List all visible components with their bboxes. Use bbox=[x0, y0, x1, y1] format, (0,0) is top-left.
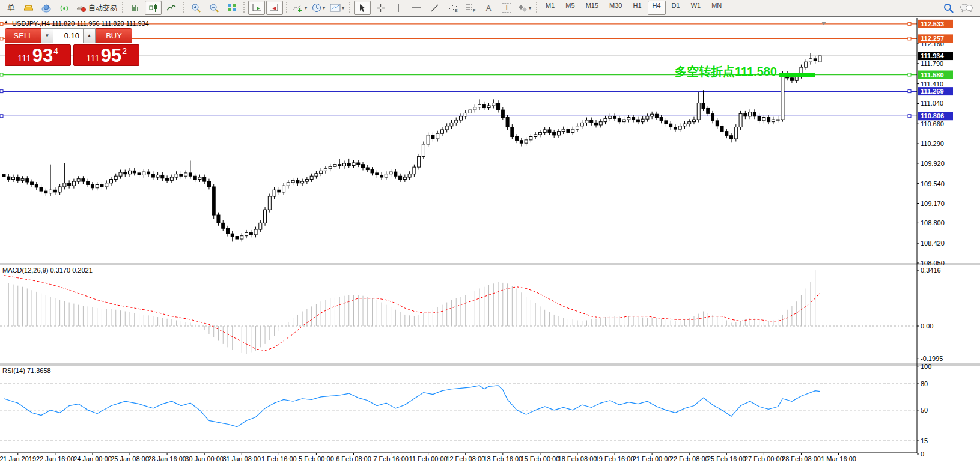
toolbar-grip[interactable] bbox=[242, 2, 246, 14]
time-label: 11 Feb 00:00 bbox=[409, 455, 448, 462]
candle bbox=[702, 103, 705, 109]
candle bbox=[585, 120, 588, 123]
candle bbox=[422, 144, 425, 156]
trend-segment[interactable] bbox=[779, 73, 815, 77]
sell-button[interactable]: SELL bbox=[5, 28, 41, 43]
hline-handle[interactable] bbox=[0, 22, 3, 25]
new-order-button[interactable]: 单 bbox=[2, 1, 19, 15]
candle bbox=[151, 174, 154, 177]
hline-handle[interactable] bbox=[908, 37, 911, 40]
candle bbox=[58, 187, 61, 192]
auto-scroll-button[interactable] bbox=[248, 1, 265, 15]
mql-community-button[interactable] bbox=[38, 1, 55, 15]
hline-handle[interactable] bbox=[0, 73, 3, 76]
zoom-in-button[interactable] bbox=[187, 1, 204, 15]
horizontal-line-tool-button[interactable] bbox=[408, 1, 425, 15]
chart-type-line-button[interactable] bbox=[163, 1, 180, 15]
market-watch-button[interactable] bbox=[20, 1, 37, 15]
hline-handle[interactable] bbox=[908, 90, 911, 93]
hline-handle[interactable] bbox=[0, 37, 3, 40]
hline-handle[interactable] bbox=[908, 115, 911, 118]
candle bbox=[198, 177, 201, 180]
timeframe-h4-button[interactable]: H4 bbox=[648, 1, 666, 15]
signals-button[interactable] bbox=[56, 1, 73, 15]
trendline-tool-button[interactable] bbox=[426, 1, 443, 15]
hline-handle[interactable] bbox=[908, 22, 911, 25]
timeframe-w1-button[interactable]: W1 bbox=[686, 1, 706, 15]
candle bbox=[739, 113, 742, 127]
price-tick-label: 109.170 bbox=[921, 200, 945, 207]
zoom-out-icon bbox=[209, 3, 219, 13]
toolbar-grip[interactable] bbox=[181, 2, 186, 14]
chart-type-candles-button[interactable] bbox=[145, 1, 162, 15]
templates-button[interactable]: ▾ bbox=[328, 1, 346, 15]
crosshair-tool-button[interactable] bbox=[372, 1, 389, 15]
toolbar-grip[interactable] bbox=[121, 2, 125, 14]
search-button[interactable] bbox=[940, 1, 957, 15]
volume-input[interactable] bbox=[53, 28, 84, 43]
candle bbox=[347, 163, 350, 166]
timeframe-d1-button[interactable]: D1 bbox=[667, 1, 685, 15]
toolbar-grip[interactable] bbox=[535, 2, 539, 14]
equidistant-channel-icon: E bbox=[447, 3, 458, 13]
chart-shift-button[interactable] bbox=[266, 1, 283, 15]
hline-handle[interactable] bbox=[0, 90, 3, 93]
candle bbox=[310, 176, 313, 179]
text-label-tool-button[interactable]: T bbox=[498, 1, 515, 15]
volume-increase-button[interactable]: ▲ bbox=[84, 28, 96, 43]
price-line-badge: 112.257 bbox=[921, 35, 944, 42]
channel-tool-button[interactable]: E bbox=[444, 1, 461, 15]
sell-price-box[interactable]: 111 93 4 bbox=[5, 44, 71, 66]
zoom-out-button[interactable] bbox=[205, 1, 222, 15]
toolbar-grip[interactable] bbox=[285, 2, 289, 14]
timeframe-h1-button[interactable]: H1 bbox=[628, 1, 646, 15]
candle bbox=[762, 118, 765, 121]
timeframe-m5-button[interactable]: M5 bbox=[561, 1, 579, 15]
arrows-tool-button[interactable]: ▾ bbox=[516, 1, 533, 15]
chart-shift-marker[interactable] bbox=[821, 22, 826, 25]
price-line-badge: 111.269 bbox=[921, 88, 944, 95]
volume-decrease-button[interactable]: ▼ bbox=[41, 28, 53, 43]
time-label: 30 Jan 00:00 bbox=[185, 455, 224, 462]
hline-handle[interactable] bbox=[0, 115, 3, 118]
price-tick-label: 108.050 bbox=[921, 259, 945, 267]
candle bbox=[207, 181, 210, 187]
chat-button[interactable] bbox=[958, 1, 975, 15]
timeframe-m1-button[interactable]: M1 bbox=[541, 1, 559, 15]
toolbar-grip[interactable] bbox=[348, 2, 352, 14]
chevron-down-icon: ▾ bbox=[529, 5, 531, 11]
candle bbox=[609, 116, 612, 119]
vertical-line-tool-button[interactable] bbox=[390, 1, 407, 15]
candle bbox=[604, 118, 607, 121]
cursor-tool-button[interactable] bbox=[354, 1, 371, 15]
buy-price-sup: 2 bbox=[122, 47, 127, 55]
buy-price-box[interactable]: 111 95 2 bbox=[73, 44, 139, 66]
chart-shift-icon bbox=[269, 4, 280, 13]
time-label: 22 Jan 16:00 bbox=[36, 455, 75, 462]
candle bbox=[82, 179, 85, 181]
fibonacci-tool-button[interactable]: F bbox=[462, 1, 479, 15]
panel-collapse-icon[interactable]: ▴ bbox=[5, 19, 8, 25]
candle bbox=[599, 122, 602, 125]
buy-button[interactable]: BUY bbox=[96, 28, 132, 43]
indicators-button[interactable]: ▾ bbox=[291, 1, 309, 15]
candle bbox=[697, 103, 700, 120]
candle bbox=[734, 127, 737, 139]
candle bbox=[273, 190, 276, 196]
candle bbox=[72, 181, 75, 186]
text-tool-button[interactable]: A bbox=[480, 1, 497, 15]
chart-area[interactable]: 112.160111.790111.410111.040110.660110.2… bbox=[0, 18, 980, 466]
timeframe-m15-button[interactable]: M15 bbox=[581, 1, 603, 15]
autotrading-button[interactable]: 自动交易 bbox=[74, 1, 119, 15]
tile-windows-icon bbox=[227, 4, 237, 12]
hline-handle[interactable] bbox=[908, 73, 911, 76]
candle bbox=[357, 163, 360, 165]
timeframe-mn-button[interactable]: MN bbox=[707, 1, 726, 15]
tile-windows-button[interactable] bbox=[224, 1, 240, 15]
pivot-annotation-label[interactable]: 多空转折点111.580 bbox=[631, 64, 777, 80]
periods-button[interactable]: ▾ bbox=[310, 1, 327, 15]
chart-type-bars-button[interactable] bbox=[127, 1, 144, 15]
timeframe-m30-button[interactable]: M30 bbox=[604, 1, 627, 15]
candle bbox=[646, 116, 649, 119]
candle bbox=[366, 168, 369, 170]
